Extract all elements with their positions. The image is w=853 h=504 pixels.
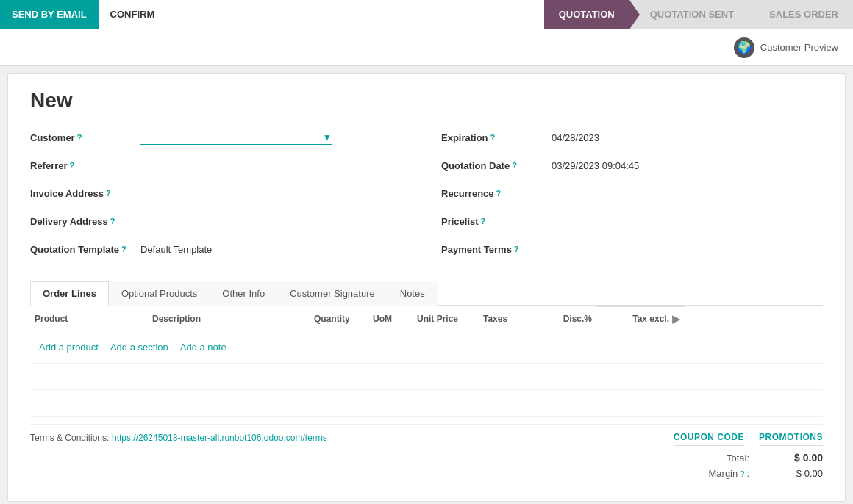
margin-row: Margin ? : $ 0.00 xyxy=(602,468,823,479)
empty-row-2 xyxy=(30,390,823,417)
recurrence-row: Recurrence ? xyxy=(441,183,823,204)
preview-strip: 🌍 Customer Preview xyxy=(0,29,853,66)
topbar: SEND BY EMAIL CONFIRM QUOTATION QUOTATIO… xyxy=(0,0,853,29)
customer-label: Customer ? xyxy=(30,132,140,143)
terms-label: Terms & Conditions: xyxy=(30,433,109,443)
delivery-address-help[interactable]: ? xyxy=(110,217,115,226)
quotation-date-row: Quotation Date ? 03/29/2023 09:04:45 xyxy=(441,155,823,176)
totals-header: COUPON CODE PROMOTIONS xyxy=(602,432,823,446)
quotation-date-help[interactable]: ? xyxy=(512,161,517,170)
customer-input[interactable] xyxy=(140,130,323,144)
referrer-help[interactable]: ? xyxy=(70,161,75,170)
confirm-button[interactable]: CONFIRM xyxy=(99,0,167,29)
promotions-label[interactable]: PROMOTIONS xyxy=(759,432,823,446)
main-content: New Customer ? ▼ Referrer ? xyxy=(7,73,846,502)
customer-preview-label: Customer Preview xyxy=(760,42,838,53)
payment-terms-row: Payment Terms ? xyxy=(441,239,823,259)
expiration-row: Expiration ? 04/28/2023 xyxy=(441,127,823,148)
pricelist-help[interactable]: ? xyxy=(481,217,486,226)
quotation-template-help[interactable]: ? xyxy=(121,245,126,253)
total-label: Total: xyxy=(727,453,749,464)
col-description: Description xyxy=(148,306,310,331)
tab-notes[interactable]: Notes xyxy=(388,281,438,306)
total-row: Total: $ 0.00 xyxy=(602,452,823,464)
margin-label: Margin ? : xyxy=(709,468,750,479)
add-product-button[interactable]: Add a product xyxy=(39,342,99,353)
status-quotation[interactable]: QUOTATION xyxy=(544,0,629,29)
settings-icon[interactable]: ▶ xyxy=(672,313,680,325)
add-row: Add a product Add a section Add a note xyxy=(30,331,823,364)
customer-help[interactable]: ? xyxy=(77,133,82,142)
delivery-address-label: Delivery Address ? xyxy=(30,216,140,227)
terms-section: Terms & Conditions: https://26245018-mas… xyxy=(30,432,327,443)
payment-terms-label: Payment Terms ? xyxy=(441,244,552,255)
globe-icon: 🌍 xyxy=(734,37,754,58)
col-uom: UoM xyxy=(368,306,413,331)
expiration-help[interactable]: ? xyxy=(490,133,496,142)
customer-select-wrapper: ▼ xyxy=(140,130,332,145)
col-unit-price: Unit Price xyxy=(413,306,479,331)
invoice-address-row: Invoice Address ? xyxy=(30,183,412,204)
expiration-label: Expiration ? xyxy=(441,132,552,143)
bottom-grid: Terms & Conditions: https://26245018-mas… xyxy=(30,432,823,479)
add-note-button[interactable]: Add a note xyxy=(180,342,226,353)
status-quotation-sent[interactable]: QUOTATION SENT xyxy=(629,0,749,29)
col-taxes: Taxes xyxy=(479,306,538,331)
form-grid: Customer ? ▼ Referrer ? Invoice Address … xyxy=(30,127,823,267)
recurrence-label: Recurrence ? xyxy=(441,188,552,199)
tab-other-info[interactable]: Other Info xyxy=(210,281,277,306)
coupon-code-label[interactable]: COUPON CODE xyxy=(674,432,744,446)
tab-customer-signature[interactable]: Customer Signature xyxy=(277,281,388,306)
form-left: Customer ? ▼ Referrer ? Invoice Address … xyxy=(30,127,412,267)
customer-dropdown-arrow[interactable]: ▼ xyxy=(323,132,332,143)
status-sales-order[interactable]: SALES ORDER xyxy=(749,0,853,29)
col-product: Product xyxy=(30,306,148,331)
margin-value: $ 0.00 xyxy=(764,468,823,479)
tab-optional-products[interactable]: Optional Products xyxy=(109,281,210,306)
add-section-button[interactable]: Add a section xyxy=(110,342,168,353)
bottom-section: Terms & Conditions: https://26245018-mas… xyxy=(30,424,823,479)
tab-order-lines[interactable]: Order Lines xyxy=(30,281,109,306)
totals-section: COUPON CODE PROMOTIONS Total: $ 0.00 Mar… xyxy=(602,432,823,479)
recurrence-help[interactable]: ? xyxy=(496,189,502,198)
col-quantity: Quantity xyxy=(310,306,368,331)
pricelist-row: Pricelist ? xyxy=(441,211,823,231)
customer-preview-button[interactable]: 🌍 Customer Preview xyxy=(734,37,838,58)
col-disc: Disc.% xyxy=(538,306,596,331)
invoice-address-label: Invoice Address ? xyxy=(30,188,140,199)
referrer-row: Referrer ? xyxy=(30,155,412,176)
quotation-date-value: 03/29/2023 09:04:45 xyxy=(552,160,639,171)
invoice-address-help[interactable]: ? xyxy=(106,189,111,198)
form-right: Expiration ? 04/28/2023 Quotation Date ?… xyxy=(441,127,823,267)
col-tax-excl: Tax excl. ▶ xyxy=(596,306,685,331)
send-by-email-button[interactable]: SEND BY EMAIL xyxy=(0,0,99,29)
status-bar: QUOTATION QUOTATION SENT SALES ORDER xyxy=(544,0,853,29)
quotation-template-value: Default Template xyxy=(140,244,212,255)
pricelist-label: Pricelist ? xyxy=(441,216,552,227)
quotation-template-row: Quotation Template ? Default Template xyxy=(30,239,412,259)
empty-row-1 xyxy=(30,364,823,390)
margin-help[interactable]: ? xyxy=(740,469,744,478)
order-table: Product Description Quantity UoM Unit Pr… xyxy=(30,306,823,417)
referrer-label: Referrer ? xyxy=(30,160,140,171)
quotation-template-label: Quotation Template ? xyxy=(30,244,140,255)
terms-link[interactable]: https://26245018-master-all.runbot106.od… xyxy=(112,433,327,443)
form-title: New xyxy=(30,89,823,112)
quotation-date-label: Quotation Date ? xyxy=(441,160,552,171)
expiration-value[interactable]: 04/28/2023 xyxy=(552,132,599,143)
payment-terms-help[interactable]: ? xyxy=(514,245,519,253)
tabs: Order Lines Optional Products Other Info… xyxy=(30,281,823,306)
delivery-address-row: Delivery Address ? xyxy=(30,211,412,231)
total-value: $ 0.00 xyxy=(764,452,823,464)
customer-row: Customer ? ▼ xyxy=(30,127,412,148)
